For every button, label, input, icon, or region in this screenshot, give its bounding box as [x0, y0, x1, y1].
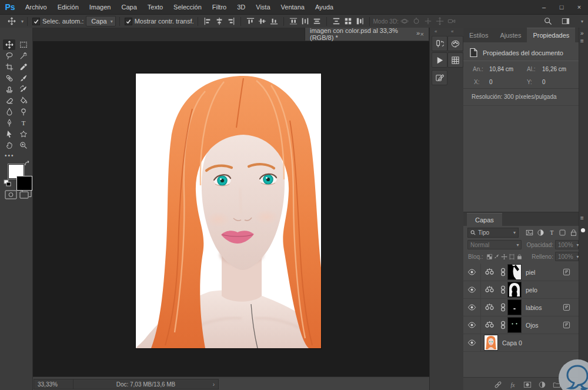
layer-mask-thumbnail[interactable]: [508, 300, 521, 315]
opacity-field[interactable]: 100% ▾: [555, 240, 579, 249]
document-image[interactable]: [136, 74, 321, 348]
filter-type-layers-icon[interactable]: T: [547, 228, 557, 237]
paint-bucket-tool[interactable]: [17, 95, 29, 106]
filter-adjustment-layers-icon[interactable]: [536, 228, 546, 237]
lock-transparency-icon[interactable]: [486, 252, 493, 261]
visibility-eye-icon[interactable]: [463, 334, 481, 351]
layer-styles-icon[interactable]: fx: [509, 381, 517, 389]
notes-panel-icon[interactable]: [432, 70, 447, 85]
swap-colors-icon[interactable]: [24, 160, 31, 167]
layer-filter-dropdown[interactable]: Tipo ▾: [467, 228, 519, 238]
link-layers-icon[interactable]: [494, 381, 502, 389]
menu-ventana[interactable]: Ventana: [276, 0, 310, 14]
tab-overflow-icon[interactable]: »: [416, 29, 419, 36]
eraser-tool[interactable]: [3, 95, 15, 106]
layer-row-ojos[interactable]: Ojos: [463, 316, 579, 334]
menu-capa[interactable]: Capa: [116, 0, 142, 14]
maximize-button[interactable]: □: [553, 0, 570, 14]
hue-saturation-adjustment-icon[interactable]: [485, 267, 495, 277]
align-top-edges-icon[interactable]: [245, 16, 256, 26]
magic-wand-tool[interactable]: [17, 51, 29, 61]
collapse-dock-icon[interactable]: «: [435, 29, 436, 34]
add-layer-mask-icon[interactable]: [523, 381, 532, 389]
menu-ayuda[interactable]: Ayuda: [310, 0, 339, 14]
lock-artboard-icon[interactable]: [508, 252, 516, 261]
layer-thumbnail[interactable]: [485, 335, 497, 350]
close-button[interactable]: ×: [570, 0, 588, 14]
visibility-eye-icon[interactable]: [463, 264, 481, 281]
history-brush-tool[interactable]: [17, 84, 29, 95]
layer-mask-thumbnail[interactable]: [508, 282, 521, 297]
fill-field[interactable]: 100% ▾: [555, 252, 579, 261]
tool-preset-caret-icon[interactable]: ▾: [21, 19, 24, 24]
move-tool[interactable]: [3, 39, 15, 50]
y-value[interactable]: 0: [542, 79, 546, 85]
healing-brush-tool[interactable]: [3, 73, 15, 84]
menu-seleccion[interactable]: Selección: [168, 0, 207, 14]
align-right-edges-icon[interactable]: [225, 16, 237, 26]
chevron-down-icon[interactable]: ▾: [581, 19, 583, 24]
visibility-eye-icon[interactable]: [463, 281, 481, 298]
type-tool[interactable]: T: [17, 118, 29, 128]
menu-3d[interactable]: 3D: [232, 0, 250, 14]
menu-archivo[interactable]: Archivo: [20, 0, 52, 14]
menu-vista[interactable]: Vista: [250, 0, 275, 14]
align-left-edges-icon[interactable]: [202, 16, 213, 26]
layers-panel-menu-icon[interactable]: ≡: [580, 215, 584, 221]
lock-pixels-icon[interactable]: [493, 252, 501, 261]
shape-tool[interactable]: [17, 129, 29, 139]
distribute-vertical-centers-icon[interactable]: [299, 16, 311, 26]
layer-row-capa-0[interactable]: Capa 0: [463, 334, 579, 352]
canvas[interactable]: [33, 41, 429, 376]
tab-ajustes[interactable]: Ajustes: [494, 28, 527, 42]
pen-tool[interactable]: [3, 118, 15, 128]
default-colors-icon[interactable]: [4, 179, 11, 186]
tab-capas[interactable]: Capas: [467, 213, 502, 226]
menu-texto[interactable]: Texto: [142, 0, 168, 14]
blend-mode-dropdown[interactable]: Normal ▾: [467, 240, 522, 249]
tab-propiedades[interactable]: Propiedades: [527, 28, 575, 42]
lasso-tool[interactable]: [3, 51, 15, 61]
hue-saturation-adjustment-icon[interactable]: [485, 320, 495, 330]
move-tool-preset-icon[interactable]: [6, 16, 18, 26]
background-color-swatch[interactable]: [16, 176, 32, 191]
menu-imagen[interactable]: Imagen: [84, 0, 116, 14]
layer-row-labios[interactable]: labios: [463, 299, 579, 316]
filter-shape-layers-icon[interactable]: [557, 228, 567, 237]
auto-select-dropdown[interactable]: Capa ▾: [86, 16, 115, 26]
crop-tool[interactable]: [3, 62, 15, 72]
x-value[interactable]: 0: [489, 79, 493, 85]
zoom-level-field[interactable]: 33,33%: [34, 379, 75, 389]
workspace-switcher-icon[interactable]: [560, 16, 572, 26]
search-icon[interactable]: [542, 16, 554, 26]
distribute-horizontal-centers-icon[interactable]: [330, 16, 342, 26]
zoom-tool[interactable]: [17, 140, 29, 151]
distribute-spacing-icon[interactable]: [342, 16, 354, 26]
collapse-dock-icon[interactable]: «: [451, 29, 453, 34]
properties-panel-menu-icon[interactable]: ≡: [580, 38, 584, 44]
path-select-tool[interactable]: [3, 129, 15, 139]
auto-align-icon[interactable]: [354, 16, 366, 26]
hue-saturation-adjustment-icon[interactable]: [485, 285, 495, 295]
color-panel-icon[interactable]: [447, 36, 463, 51]
distribute-top-edges-icon[interactable]: [288, 16, 299, 26]
swatches-panel-icon[interactable]: [447, 52, 463, 68]
screen-mode-button[interactable]: [19, 189, 32, 200]
dodge-tool[interactable]: [17, 106, 29, 117]
layer-row-piel[interactable]: piel: [463, 264, 579, 281]
hand-tool[interactable]: [3, 140, 15, 151]
visibility-eye-icon[interactable]: [463, 299, 481, 316]
filter-smart-object-icon[interactable]: [569, 228, 579, 237]
document-size-field[interactable]: Doc: 7,03 MB/13,6 MB ›: [73, 379, 219, 389]
width-value[interactable]: 10,84 cm: [489, 66, 513, 72]
lock-position-icon[interactable]: [500, 252, 508, 261]
tab-estilos[interactable]: Estilos: [463, 28, 494, 42]
layer-row-pelo[interactable]: pelo: [463, 281, 579, 299]
clone-stamp-tool[interactable]: [3, 84, 15, 95]
new-adjustment-layer-icon[interactable]: [538, 381, 546, 389]
align-bottom-edges-icon[interactable]: [268, 16, 280, 26]
distribute-bottom-edges-icon[interactable]: [311, 16, 323, 26]
blur-tool[interactable]: [3, 106, 15, 117]
document-tab[interactable]: imagen con color.psd al 33,3% (RGB/8) * …: [305, 28, 429, 41]
minimize-button[interactable]: –: [535, 0, 553, 14]
